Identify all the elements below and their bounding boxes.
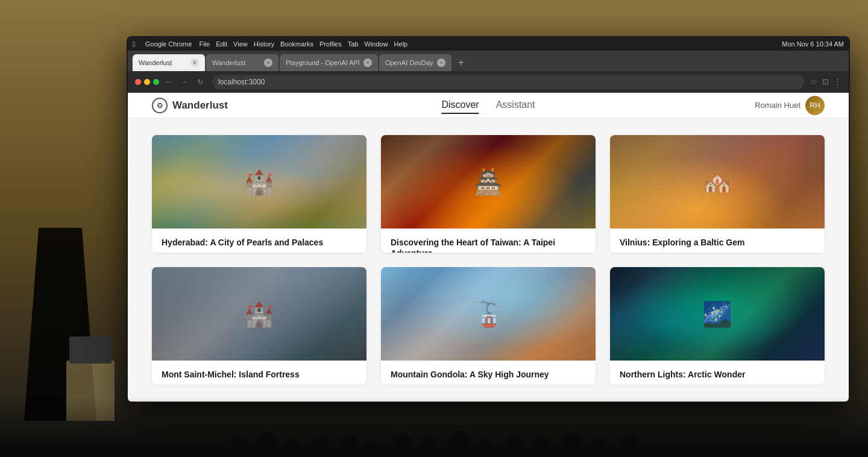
card-image-gondola bbox=[381, 267, 596, 361]
card-body-taipei: Discovering the Heart of Taiwan: A Taipe… bbox=[381, 228, 596, 253]
app-logo: ⊙ Wanderlust bbox=[152, 98, 228, 113]
card-image-hyderabad bbox=[152, 135, 366, 228]
audience-head-8 bbox=[419, 436, 437, 457]
audience-head-5 bbox=[339, 434, 359, 457]
card-image-taipei bbox=[381, 135, 596, 228]
bookmark-icon[interactable]: ☆ bbox=[810, 77, 817, 86]
menu-tab[interactable]: Tab bbox=[348, 40, 359, 48]
audience-head-3 bbox=[284, 439, 301, 457]
new-tab-button[interactable]: + bbox=[453, 54, 470, 71]
card-desc-gondola: Ride cable cars through dramatic mountai… bbox=[391, 383, 586, 385]
card-title-castle: Mont Saint-Michel: Island Fortress bbox=[162, 369, 357, 380]
card-title-gondola: Mountain Gondola: A Sky High Journey bbox=[391, 369, 586, 380]
forward-button[interactable]: → bbox=[178, 76, 190, 88]
audience bbox=[0, 397, 868, 457]
tab-wanderlust-1[interactable]: Wanderlust ✕ bbox=[133, 54, 205, 71]
card-gondola[interactable]: Mountain Gondola: A Sky High Journey Rid… bbox=[381, 267, 596, 385]
app-header: ⊙ Wanderlust Discover Assistant Romain H… bbox=[128, 93, 849, 118]
audience-head-10 bbox=[476, 438, 492, 457]
menu-help[interactable]: Help bbox=[394, 40, 408, 48]
card-vilnius[interactable]: Vilnius: Exploring a Baltic Gem Wander t… bbox=[610, 135, 825, 253]
tab-close-3[interactable]: ✕ bbox=[363, 58, 372, 67]
monitor-inner:  Google Chrome File Edit View History B… bbox=[128, 37, 849, 402]
traffic-lights bbox=[135, 79, 159, 85]
card-image-castle bbox=[152, 267, 366, 361]
app-content: ⊙ Wanderlust Discover Assistant Romain H… bbox=[128, 93, 849, 402]
audience-head-11 bbox=[505, 435, 524, 457]
nav-assistant[interactable]: Assistant bbox=[496, 97, 535, 114]
apple-menu[interactable]:  bbox=[133, 40, 136, 49]
tab-close-1[interactable]: ✕ bbox=[190, 58, 199, 67]
tab-playground[interactable]: Playground - OpenAI API ✕ bbox=[280, 54, 378, 71]
menu-history[interactable]: History bbox=[254, 40, 274, 48]
card-desc-vilnius: Wander the labyrinthine streets of Vilni… bbox=[620, 251, 815, 253]
card-body-aurora: Northern Lights: Arctic Wonder Witness t… bbox=[610, 361, 825, 385]
logo-symbol: ⊙ bbox=[157, 101, 163, 110]
address-bar: ← → ↻ localhost:3000 ☆ ⊡ ⋮ bbox=[128, 71, 849, 93]
profile-icon[interactable]: ⊡ bbox=[822, 77, 829, 86]
card-desc-aurora: Witness the spectacular aurora borealis … bbox=[620, 383, 815, 385]
menu-edit[interactable]: Edit bbox=[216, 40, 227, 48]
tab-bar: Wanderlust ✕ Wanderlust ✕ Playground - O… bbox=[128, 51, 849, 71]
card-body-castle: Mont Saint-Michel: Island Fortress Explo… bbox=[152, 361, 366, 385]
card-title-taipei: Discovering the Heart of Taiwan: A Taipe… bbox=[391, 237, 586, 253]
card-castle[interactable]: Mont Saint-Michel: Island Fortress Explo… bbox=[152, 267, 366, 385]
app-menu-name[interactable]: Google Chrome bbox=[145, 40, 192, 48]
minimize-button[interactable] bbox=[144, 79, 150, 85]
card-hyderabad[interactable]: Hyderabad: A City of Pearls and Palaces … bbox=[152, 135, 366, 253]
close-button[interactable] bbox=[135, 79, 141, 85]
audience-head-4 bbox=[313, 436, 331, 457]
tab-wanderlust-2[interactable]: Wanderlust ✕ bbox=[206, 54, 278, 71]
browser-window: Wanderlust ✕ Wanderlust ✕ Playground - O… bbox=[128, 51, 849, 402]
card-title-hyderabad: Hyderabad: A City of Pearls and Palaces bbox=[162, 237, 357, 248]
brand-name: Wanderlust bbox=[172, 99, 228, 112]
card-image-aurora bbox=[610, 267, 825, 361]
user-avatar[interactable]: RH bbox=[805, 96, 825, 115]
card-desc-hyderabad: Discover the rich heritage and vibrant c… bbox=[162, 251, 357, 253]
maximize-button[interactable] bbox=[153, 79, 159, 85]
tab-label: Wanderlust bbox=[139, 59, 172, 66]
tab-devday[interactable]: OpenAI DevDay ✕ bbox=[379, 54, 451, 71]
card-body-gondola: Mountain Gondola: A Sky High Journey Rid… bbox=[381, 361, 596, 385]
laptop bbox=[69, 336, 112, 364]
nav-buttons: ← → ↻ bbox=[135, 76, 206, 88]
menu-file[interactable]: File bbox=[199, 40, 210, 48]
card-taipei[interactable]: Discovering the Heart of Taiwan: A Taipe… bbox=[381, 135, 596, 253]
audience-head-14 bbox=[590, 437, 608, 457]
menu-bookmarks[interactable]: Bookmarks bbox=[280, 40, 313, 48]
tab-close-2[interactable]: ✕ bbox=[264, 58, 272, 67]
tab-label: Wanderlust bbox=[212, 59, 245, 66]
tab-label: OpenAI DevDay bbox=[385, 59, 433, 66]
menu-window[interactable]: Window bbox=[364, 40, 388, 48]
card-title-vilnius: Vilnius: Exploring a Baltic Gem bbox=[620, 237, 815, 248]
audience-head-1 bbox=[228, 436, 247, 457]
monitor:  Google Chrome File Edit View History B… bbox=[127, 36, 850, 403]
tab-close-4[interactable]: ✕ bbox=[437, 58, 445, 67]
url-bar[interactable]: localhost:3000 bbox=[212, 75, 804, 89]
audience-head-7 bbox=[391, 433, 412, 457]
cards-grid: Hyderabad: A City of Pearls and Palaces … bbox=[128, 118, 849, 402]
audience-head-6 bbox=[365, 440, 380, 457]
menubar-right: Mon Nov 6 10:34 AM bbox=[782, 40, 844, 48]
card-aurora[interactable]: Northern Lights: Arctic Wonder Witness t… bbox=[610, 267, 825, 385]
audience-head-9 bbox=[447, 430, 470, 457]
macos-menubar:  Google Chrome File Edit View History B… bbox=[128, 37, 849, 51]
address-bar-right: ☆ ⊡ ⋮ bbox=[810, 77, 841, 86]
main-nav: Discover Assistant bbox=[441, 97, 535, 114]
extensions-icon[interactable]: ⋮ bbox=[834, 77, 841, 86]
card-image-vilnius bbox=[610, 135, 825, 228]
nav-discover[interactable]: Discover bbox=[441, 97, 479, 114]
back-button[interactable]: ← bbox=[163, 76, 175, 88]
refresh-button[interactable]: ↻ bbox=[194, 76, 206, 88]
menu-items: File Edit View History Bookmarks Profile… bbox=[199, 40, 407, 48]
menubar-time: Mon Nov 6 10:34 AM bbox=[782, 40, 844, 48]
user-name: Romain Huet bbox=[755, 101, 800, 110]
menu-profiles[interactable]: Profiles bbox=[319, 40, 342, 48]
audience-heads bbox=[228, 430, 640, 457]
card-body-hyderabad: Hyderabad: A City of Pearls and Palaces … bbox=[152, 228, 366, 253]
avatar-initials: RH bbox=[810, 101, 820, 110]
card-body-vilnius: Vilnius: Exploring a Baltic Gem Wander t… bbox=[610, 228, 825, 253]
menu-view[interactable]: View bbox=[233, 40, 248, 48]
audience-head-12 bbox=[532, 436, 550, 457]
audience-head-2 bbox=[256, 432, 277, 457]
